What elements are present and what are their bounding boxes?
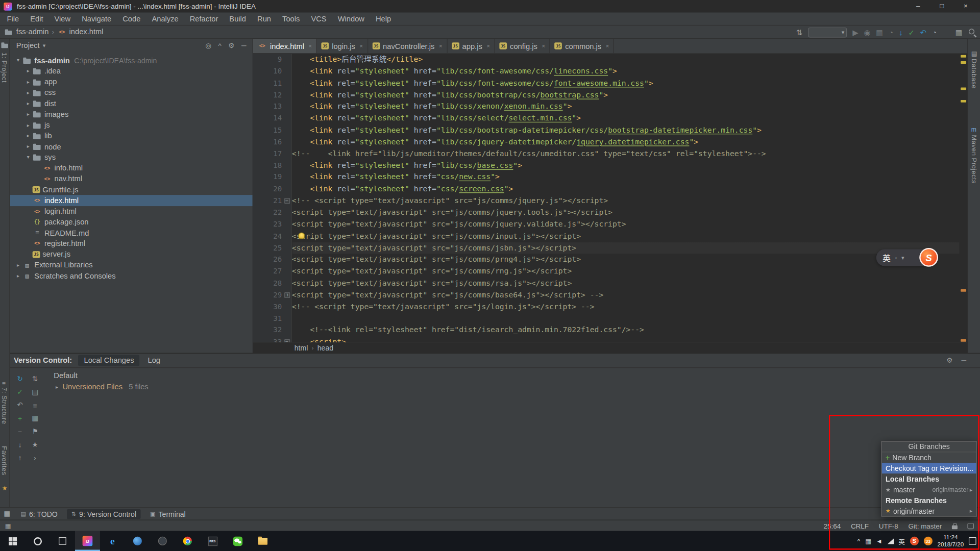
hide-icon[interactable]: ─ <box>962 357 967 365</box>
tree-item-server.js[interactable]: JSserver.js <box>10 249 253 260</box>
editor-tab-navController.js[interactable]: JSnavController.js× <box>368 39 447 53</box>
menu-item-run[interactable]: Run <box>252 14 277 23</box>
locate-file-icon[interactable]: ◎ <box>205 41 211 49</box>
group-by-icon[interactable]: ▤ <box>32 388 38 396</box>
minimize-button[interactable]: – <box>908 1 929 12</box>
fold-icon[interactable]: − <box>282 336 292 342</box>
breadcrumb-project[interactable]: fss-admin <box>16 28 49 36</box>
tool-button-structure[interactable]: 7: Structure <box>1 387 8 424</box>
profile-button[interactable]: ◔ <box>889 29 893 36</box>
refresh-icon[interactable]: ↻ <box>17 375 23 383</box>
stripe-mark[interactable] <box>961 61 966 64</box>
fold-icon[interactable]: − <box>282 195 292 207</box>
taskbar-clock[interactable]: 11:242018/7/20 <box>937 534 964 548</box>
vc-tab-log[interactable]: Log <box>142 355 166 366</box>
breadcrumb-head[interactable]: head <box>317 344 333 352</box>
intention-bulb-icon[interactable] <box>298 233 305 239</box>
close-icon[interactable]: × <box>486 43 489 49</box>
close-icon[interactable]: × <box>309 43 312 49</box>
stripe-mark[interactable] <box>961 100 966 103</box>
taskbar-start-icon[interactable] <box>0 531 25 551</box>
tool-button-todo[interactable]: ▤ 6: TODO <box>16 509 62 519</box>
commit-button[interactable]: ✓ <box>909 29 915 36</box>
star-icon[interactable]: ★ <box>32 440 38 448</box>
input-lang-indicator[interactable]: 英 <box>898 536 904 545</box>
taskbar-task-view-icon[interactable] <box>50 531 75 551</box>
code-line-26[interactable]: 26<script type="text/javascript" src="js… <box>253 254 960 266</box>
rollback-button[interactable]: ↶ <box>920 29 926 36</box>
menu-item-help[interactable]: Help <box>370 14 397 23</box>
indicator-icon[interactable] <box>968 522 974 529</box>
menu-item-edit[interactable]: Edit <box>24 14 48 23</box>
project-panel-title[interactable]: Project <box>16 41 40 50</box>
taskbar-explorer-icon[interactable] <box>250 531 275 551</box>
code-line-14[interactable]: 14 <link rel="stylesheet" href="lib/css/… <box>253 113 960 124</box>
code-line-32[interactable]: 32 <!--<link rel="stylesheet" href="dist… <box>253 324 960 336</box>
code-area[interactable]: 9 <title>后台管理系统</title>10 <link rel="sty… <box>253 54 960 342</box>
update-project-button[interactable]: ↓ <box>899 29 902 36</box>
taskbar-edge-icon[interactable]: e <box>100 531 125 551</box>
close-button[interactable]: × <box>955 1 976 12</box>
hidden-icons-chevron[interactable]: ^ <box>857 538 861 544</box>
network-icon[interactable] <box>887 538 893 544</box>
move-down-icon[interactable]: ↓ <box>18 441 22 448</box>
coverage-button[interactable]: ▦ <box>876 29 883 36</box>
settings-icon[interactable]: ⚙ <box>228 41 234 49</box>
branch-origin-master-item[interactable]: ★ origin/master ▸ <box>882 506 976 516</box>
breadcrumb-html[interactable]: html <box>295 344 308 352</box>
code-line-29[interactable]: 29⌐<script type="text/javascript" src="j… <box>253 289 960 301</box>
delete-icon[interactable]: − <box>18 428 22 435</box>
tree-item-fss-admin[interactable]: ▾fss-adminC:\project\IDEA\fss-admin <box>10 55 253 66</box>
copy-icon[interactable]: ▦ <box>32 414 38 422</box>
editor-tab-index.html[interactable]: <>index.html× <box>253 39 317 53</box>
breadcrumb-file[interactable]: index.html <box>69 28 104 36</box>
close-icon[interactable]: × <box>439 43 442 49</box>
stripe-mark[interactable] <box>961 289 966 292</box>
chevron-right-icon[interactable]: ▸ <box>24 111 33 117</box>
chevron-down-icon[interactable]: ▾ <box>14 58 22 63</box>
tree-item-external-libraries[interactable]: ▸▤External Libraries <box>10 260 253 270</box>
favorites-star-icon[interactable]: ★ <box>2 485 8 491</box>
code-line-25[interactable]: 25<script type="text/javascript" src="js… <box>253 242 960 254</box>
chevron-right-icon[interactable]: ▸ <box>24 79 33 85</box>
tree-item-gruntfile.js[interactable]: JSGruntfile.js <box>10 184 253 195</box>
taskbar-player-icon[interactable] <box>150 531 175 551</box>
stripe-mark[interactable] <box>961 87 966 90</box>
tree-item-lib[interactable]: ▸lib <box>10 131 253 141</box>
tree-item-register.html[interactable]: <>register.html <box>10 238 253 249</box>
tree-item-readme.md[interactable]: ≡README.md <box>10 228 253 238</box>
tool-button-project[interactable]: 1: Project <box>1 53 8 83</box>
editor-tab-app.js[interactable]: JSapp.js× <box>447 39 495 53</box>
encoding-indicator[interactable]: UTF-8 <box>879 522 898 530</box>
code-line-31[interactable]: 31 <box>253 313 960 324</box>
action-center-icon[interactable] <box>969 537 976 545</box>
maximize-button[interactable]: □ <box>931 1 952 12</box>
stripe-mark[interactable] <box>961 339 966 342</box>
tool-button-terminal[interactable]: ▣ Terminal <box>145 509 190 519</box>
chevron-right-icon[interactable]: ▸ <box>24 90 33 95</box>
taskbar-wechat-icon[interactable] <box>225 531 250 551</box>
tool-button-maven[interactable]: Maven Projects <box>971 135 978 183</box>
close-icon[interactable]: × <box>359 43 362 49</box>
tree-item-package.json[interactable]: {}package.json <box>10 217 253 228</box>
toolwindow-quick-access-icon[interactable]: ▦ <box>5 522 11 529</box>
tree-item-.idea[interactable]: ▸.idea <box>10 66 253 77</box>
fold-icon[interactable]: ⌐ <box>282 289 292 301</box>
tree-item-dist[interactable]: ▸dist <box>10 98 253 109</box>
tool-window-switcher-icon[interactable]: ▦ <box>4 510 10 518</box>
code-line-22[interactable]: 22<script type="text/javascript" src="js… <box>253 207 960 218</box>
chevron-right-icon[interactable]: ▸ <box>24 101 33 106</box>
tree-item-info.html[interactable]: <>info.html <box>10 163 253 173</box>
close-icon[interactable]: × <box>606 43 609 49</box>
code-line-15[interactable]: 15 <link rel="stylesheet" href="lib/css/… <box>253 124 960 136</box>
tree-item-css[interactable]: ▸css <box>10 87 253 98</box>
code-line-12[interactable]: 12 <link rel="stylesheet" href="lib/css/… <box>253 89 960 101</box>
tool-button-version-control[interactable]: ⇅ 9: Version Control <box>67 509 140 519</box>
input-tool-icon[interactable]: ◦ <box>895 255 897 261</box>
chevron-right-icon[interactable]: ▸ <box>24 144 33 149</box>
lock-icon[interactable] <box>952 525 958 529</box>
code-line-23[interactable]: 23<script type="text/javascript" src="js… <box>253 218 960 230</box>
menu-item-code[interactable]: Code <box>117 14 146 23</box>
vc-tab-local-changes[interactable]: Local Changes <box>78 355 139 366</box>
debug-button[interactable]: ◉ <box>864 29 870 36</box>
